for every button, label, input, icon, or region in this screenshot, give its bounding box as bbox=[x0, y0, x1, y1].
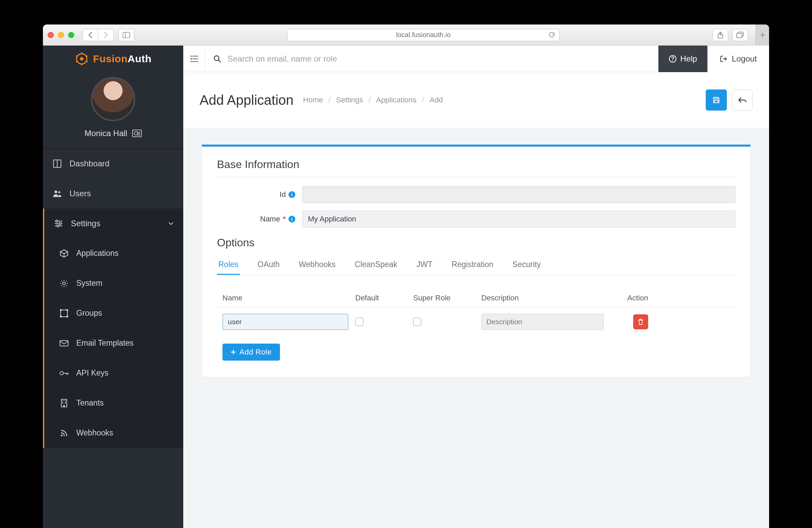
role-super-checkbox[interactable] bbox=[413, 318, 421, 326]
sidebar-item-groups[interactable]: Groups bbox=[44, 298, 183, 328]
add-role-button[interactable]: Add Role bbox=[222, 344, 280, 361]
sidebar-item-label: Settings bbox=[71, 219, 101, 228]
building-icon bbox=[59, 398, 69, 408]
role-desc-input[interactable] bbox=[481, 314, 604, 330]
browser-right-controls bbox=[712, 29, 748, 41]
maximize-window-icon[interactable] bbox=[68, 32, 74, 38]
tab-roles[interactable]: Roles bbox=[217, 255, 240, 275]
plus-icon bbox=[231, 349, 236, 355]
minimize-window-icon[interactable] bbox=[58, 32, 64, 38]
svg-rect-29 bbox=[67, 316, 68, 317]
brand-logo[interactable]: FusionAuth bbox=[43, 46, 183, 72]
help-button[interactable]: Help bbox=[658, 46, 707, 72]
svg-rect-26 bbox=[60, 309, 62, 311]
sidebar-item-system[interactable]: System bbox=[44, 268, 183, 298]
svg-point-31 bbox=[60, 372, 63, 375]
svg-rect-0 bbox=[123, 32, 130, 38]
tab-cleanspeak[interactable]: CleanSpeak bbox=[353, 255, 398, 275]
info-icon[interactable]: i bbox=[289, 216, 295, 223]
name-field[interactable] bbox=[302, 211, 735, 228]
browser-titlebar: local.fusionauth.io bbox=[43, 25, 769, 46]
svg-point-10 bbox=[81, 64, 83, 65]
sidebar-item-dashboard[interactable]: Dashboard bbox=[43, 149, 183, 179]
tab-webhooks[interactable]: Webhooks bbox=[298, 255, 337, 275]
search-input[interactable] bbox=[228, 54, 650, 64]
breadcrumb-item[interactable]: Home bbox=[303, 95, 323, 104]
address-bar[interactable]: local.fusionauth.io bbox=[287, 29, 560, 41]
sidebar-item-label: API Keys bbox=[76, 368, 108, 378]
reload-icon[interactable] bbox=[548, 32, 555, 39]
sidebar-item-users[interactable]: Users bbox=[43, 179, 183, 209]
tab-security[interactable]: Security bbox=[511, 255, 542, 275]
sidebar-item-tenants[interactable]: Tenants bbox=[44, 388, 183, 418]
profile-block: Monica Hall bbox=[43, 72, 183, 148]
svg-point-11 bbox=[76, 61, 77, 62]
app-root: FusionAuth Monica Hall Dashboard Users bbox=[43, 46, 769, 528]
save-button[interactable] bbox=[706, 89, 727, 110]
window-controls bbox=[48, 32, 74, 38]
svg-point-18 bbox=[56, 220, 58, 222]
breadcrumb-item[interactable]: Settings bbox=[336, 95, 363, 104]
svg-point-24 bbox=[63, 282, 66, 285]
col-name: Name bbox=[222, 293, 355, 302]
sidebar-item-webhooks[interactable]: Webhooks bbox=[44, 418, 183, 448]
sidebar-item-applications[interactable]: Applications bbox=[44, 239, 183, 268]
sidebar-item-label: Webhooks bbox=[76, 428, 113, 438]
tab-registration[interactable]: Registration bbox=[450, 255, 495, 275]
svg-rect-4 bbox=[737, 33, 742, 38]
breadcrumb-item: Add bbox=[430, 95, 443, 104]
vcard-icon[interactable] bbox=[132, 130, 142, 137]
key-icon bbox=[59, 368, 69, 378]
svg-point-38 bbox=[61, 435, 63, 436]
info-icon[interactable]: i bbox=[289, 191, 295, 198]
breadcrumb-item[interactable]: Applications bbox=[376, 95, 417, 104]
svg-rect-28 bbox=[60, 316, 62, 317]
sidebar-item-label: Users bbox=[70, 189, 91, 198]
section-title-options: Options bbox=[217, 237, 735, 249]
svg-rect-46 bbox=[715, 97, 717, 99]
svg-rect-37 bbox=[63, 405, 65, 407]
form-row-name: Name* i bbox=[217, 211, 735, 228]
page-header: Add Application Home/ Settings/ Applicat… bbox=[183, 72, 769, 128]
new-tab-button[interactable] bbox=[755, 25, 769, 46]
back-button-page[interactable] bbox=[731, 89, 753, 110]
role-default-checkbox[interactable] bbox=[355, 318, 363, 326]
svg-point-15 bbox=[55, 191, 57, 193]
sidebar-item-settings[interactable]: Settings bbox=[44, 209, 183, 239]
svg-point-6 bbox=[80, 57, 84, 61]
svg-point-45 bbox=[672, 60, 673, 61]
col-desc: Description bbox=[481, 293, 611, 302]
help-icon bbox=[669, 55, 677, 63]
dashboard-icon bbox=[53, 159, 62, 168]
id-field[interactable] bbox=[302, 186, 735, 203]
header-actions bbox=[706, 89, 753, 110]
close-window-icon[interactable] bbox=[48, 32, 54, 38]
svg-rect-36 bbox=[65, 403, 66, 404]
roles-table: Name Default Super Role Description Acti… bbox=[217, 289, 735, 336]
sidebar-item-api-keys[interactable]: API Keys bbox=[44, 358, 183, 388]
sidebar-item-label: Dashboard bbox=[70, 159, 109, 168]
svg-point-20 bbox=[59, 223, 61, 225]
share-button[interactable] bbox=[712, 29, 728, 41]
sidebar-nav: Dashboard Users Settings Appli bbox=[43, 148, 183, 448]
tab-jwt[interactable]: JWT bbox=[415, 255, 434, 275]
tab-oauth[interactable]: OAuth bbox=[256, 255, 281, 275]
forward-button[interactable] bbox=[98, 29, 114, 41]
tabs-button[interactable] bbox=[732, 29, 748, 41]
sidebar-toggle-button[interactable] bbox=[118, 29, 134, 41]
sidebar-item-email-templates[interactable]: Email Templates bbox=[44, 328, 183, 358]
logout-button[interactable]: Logout bbox=[708, 46, 769, 72]
content: Base Information Id i Name* i bbox=[183, 128, 769, 394]
delete-role-button[interactable] bbox=[633, 314, 648, 329]
back-button[interactable] bbox=[83, 29, 98, 41]
roles-table-header: Name Default Super Role Description Acti… bbox=[217, 289, 735, 307]
col-action: Action bbox=[611, 293, 648, 302]
sidebar-item-label: Groups bbox=[76, 308, 102, 318]
role-name-input[interactable] bbox=[222, 314, 348, 330]
logout-icon bbox=[720, 55, 728, 63]
avatar[interactable] bbox=[91, 77, 135, 121]
collapse-sidebar-button[interactable] bbox=[183, 46, 205, 72]
panel: Base Information Id i Name* i bbox=[202, 145, 751, 377]
svg-point-22 bbox=[57, 225, 59, 227]
browser-nav-buttons bbox=[83, 29, 114, 41]
